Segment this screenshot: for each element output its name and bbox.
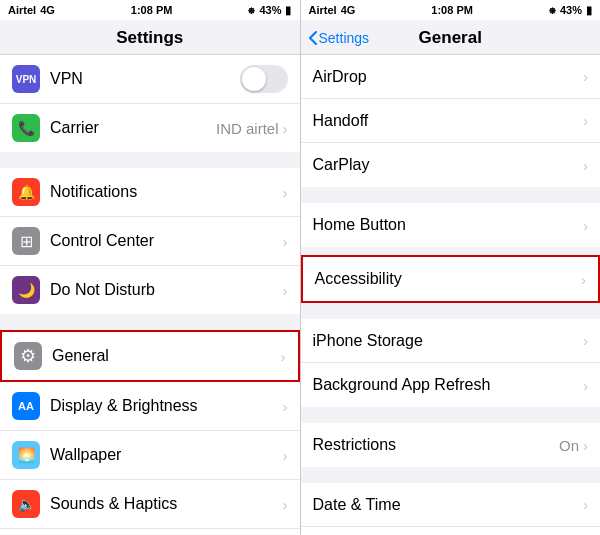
right-section-1: AirDrop › Handoff › CarPlay › (301, 55, 601, 187)
general-icon: ⚙ (14, 342, 42, 370)
left-status-bar: Airtel 4G 1:08 PM ⎈ 43% ▮ (0, 0, 300, 20)
general-label: General (52, 347, 281, 365)
left-time: 1:08 PM (131, 4, 173, 16)
back-chevron-icon (309, 31, 317, 45)
right-section-5: Restrictions On › (301, 423, 601, 467)
left-status-right: ⎈ 43% ▮ (248, 4, 291, 17)
right-divider-4 (301, 407, 601, 415)
restrictions-chevron: › (583, 437, 588, 454)
list-item-siri[interactable]: ◉ Siri & Search › (0, 529, 300, 535)
right-divider-5 (301, 467, 601, 475)
vpn-toggle-knob (242, 67, 266, 91)
left-battery: 43% (259, 4, 281, 16)
accessibility-highlight-box: Accessibility › (301, 255, 601, 303)
list-item-airdrop[interactable]: AirDrop › (301, 55, 601, 99)
carrier-chevron: › (283, 120, 288, 137)
accessibility-label: Accessibility (315, 270, 582, 288)
left-panel: Airtel 4G 1:08 PM ⎈ 43% ▮ Settings VPN V… (0, 0, 300, 535)
list-item-backgroundapp[interactable]: Background App Refresh › (301, 363, 601, 407)
right-section-4: iPhone Storage › Background App Refresh … (301, 319, 601, 407)
right-network: 4G (341, 4, 356, 16)
right-carrier: Airtel (309, 4, 337, 16)
backgroundapp-chevron: › (583, 377, 588, 394)
section-general-group: ⚙ General › AA Display & Brightness › 🌅 … (0, 330, 300, 535)
right-battery: 43% (560, 4, 582, 16)
handoff-chevron: › (583, 112, 588, 129)
homebutton-chevron: › (583, 217, 588, 234)
controlcenter-label: Control Center (50, 232, 283, 250)
wallpaper-label: Wallpaper (50, 446, 283, 464)
right-time: 1:08 PM (431, 4, 473, 16)
list-item-controlcenter[interactable]: ⊞ Control Center › (0, 217, 300, 266)
left-battery-icon: ▮ (285, 4, 291, 17)
list-item-notifications[interactable]: 🔔 Notifications › (0, 168, 300, 217)
right-status-bar: Airtel 4G 1:08 PM ⎈ 43% ▮ (301, 0, 601, 20)
controlcenter-chevron: › (283, 233, 288, 250)
left-carrier: Airtel (8, 4, 36, 16)
list-item-datetime[interactable]: Date & Time › (301, 483, 601, 527)
airdrop-chevron: › (583, 68, 588, 85)
right-settings-list: AirDrop › Handoff › CarPlay › Home Butto… (301, 55, 601, 535)
list-item-handoff[interactable]: Handoff › (301, 99, 601, 143)
section-notifications: 🔔 Notifications › ⊞ Control Center › 🌙 D… (0, 168, 300, 314)
accessibility-chevron: › (581, 271, 586, 288)
airdrop-label: AirDrop (313, 68, 584, 86)
carrier-icon: 📞 (12, 114, 40, 142)
list-item-restrictions[interactable]: Restrictions On › (301, 423, 601, 467)
homebutton-label: Home Button (313, 216, 584, 234)
general-chevron: › (281, 348, 286, 365)
notifications-label: Notifications (50, 183, 283, 201)
list-item-vpn[interactable]: VPN VPN (0, 55, 300, 104)
dnd-icon: 🌙 (12, 276, 40, 304)
wallpaper-icon: 🌅 (12, 441, 40, 469)
right-status-right: ⎈ 43% ▮ (549, 4, 592, 17)
list-item-wallpaper[interactable]: 🌅 Wallpaper › (0, 431, 300, 480)
display-chevron: › (283, 398, 288, 415)
display-label: Display & Brightness (50, 397, 283, 415)
datetime-label: Date & Time (313, 496, 584, 514)
sounds-icon: 🔈 (12, 490, 40, 518)
list-item-homebutton[interactable]: Home Button › (301, 203, 601, 247)
carplay-chevron: › (583, 157, 588, 174)
iphonestorage-label: iPhone Storage (313, 332, 584, 350)
right-battery-icon: ▮ (586, 4, 592, 17)
list-item-general[interactable]: ⚙ General › (2, 332, 298, 380)
dnd-label: Do Not Disturb (50, 281, 283, 299)
list-item-display[interactable]: AA Display & Brightness › (0, 382, 300, 431)
list-item-dnd[interactable]: 🌙 Do Not Disturb › (0, 266, 300, 314)
left-settings-list: VPN VPN 📞 Carrier IND airtel › 🔔 Notific… (0, 55, 300, 535)
carrier-value: IND airtel (216, 120, 279, 137)
right-panel: Airtel 4G 1:08 PM ⎈ 43% ▮ Settings Gener… (301, 0, 601, 535)
back-label: Settings (319, 30, 370, 46)
list-item-accessibility[interactable]: Accessibility › (303, 257, 599, 301)
right-bluetooth-icon: ⎈ (549, 4, 556, 16)
carplay-label: CarPlay (313, 156, 584, 174)
back-button[interactable]: Settings (309, 30, 370, 46)
list-item-keyboard[interactable]: Keyboard › (301, 527, 601, 535)
left-network: 4G (40, 4, 55, 16)
right-header: Settings General (301, 20, 601, 55)
left-status-left: Airtel 4G (8, 4, 55, 16)
dnd-chevron: › (283, 282, 288, 299)
list-item-carplay[interactable]: CarPlay › (301, 143, 601, 187)
divider-1 (0, 152, 300, 160)
right-status-left: Airtel 4G (309, 4, 356, 16)
divider-2 (0, 314, 300, 322)
right-section-2: Home Button › (301, 203, 601, 247)
vpn-toggle[interactable] (240, 65, 288, 93)
list-item-sounds[interactable]: 🔈 Sounds & Haptics › (0, 480, 300, 529)
restrictions-label: Restrictions (313, 436, 559, 454)
datetime-chevron: › (583, 496, 588, 513)
wallpaper-chevron: › (283, 447, 288, 464)
backgroundapp-label: Background App Refresh (313, 376, 584, 394)
right-divider-1 (301, 187, 601, 195)
list-item-iphonestorage[interactable]: iPhone Storage › (301, 319, 601, 363)
handoff-label: Handoff (313, 112, 584, 130)
list-item-carrier[interactable]: 📞 Carrier IND airtel › (0, 104, 300, 152)
right-divider-3 (301, 303, 601, 311)
notifications-icon: 🔔 (12, 178, 40, 206)
left-header: Settings (0, 20, 300, 55)
notifications-chevron: › (283, 184, 288, 201)
sounds-chevron: › (283, 496, 288, 513)
iphonestorage-chevron: › (583, 332, 588, 349)
